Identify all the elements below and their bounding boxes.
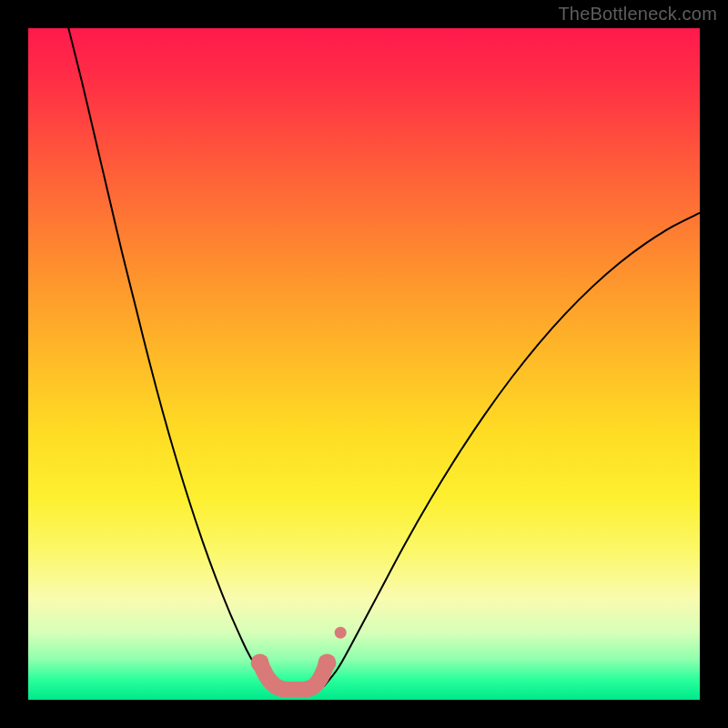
marker-group	[251, 627, 347, 690]
marker-dot-1	[318, 653, 336, 672]
curve-group	[68, 28, 700, 686]
left-curve	[68, 28, 269, 686]
marker-dot-extra	[335, 627, 347, 639]
marker-band-stroke	[260, 662, 328, 690]
marker-dot-0	[251, 653, 269, 672]
plot-area	[28, 28, 700, 700]
chart-svg	[28, 28, 700, 700]
right-curve	[324, 213, 700, 686]
watermark-text: TheBottleneck.com	[558, 4, 717, 25]
chart-frame: TheBottleneck.com	[0, 0, 728, 728]
